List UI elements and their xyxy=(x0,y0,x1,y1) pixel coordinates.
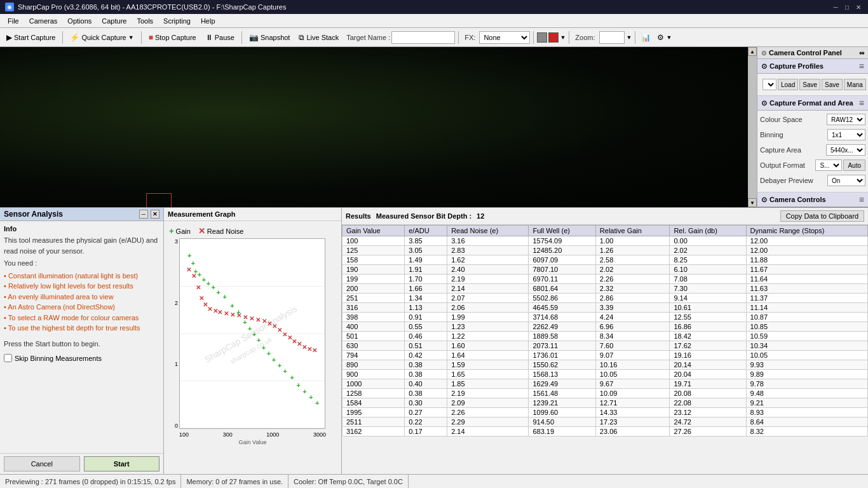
color-swatch-2[interactable] xyxy=(548,32,559,43)
svg-text:✕: ✕ xyxy=(267,320,272,327)
close-button[interactable]: ✕ xyxy=(854,3,863,11)
capture-format-header[interactable]: ⊙ Capture Format and Area ≡ xyxy=(757,96,868,111)
svg-text:✕: ✕ xyxy=(272,323,277,330)
menu-cameras[interactable]: Cameras xyxy=(24,16,63,26)
copy-data-button[interactable]: Copy Data to Clipboard xyxy=(780,210,864,222)
table-cell: 1.64 xyxy=(447,351,529,360)
binning-select[interactable]: 1x1 xyxy=(827,129,865,140)
table-row: 1253.052.8312485.201.262.0212.00 xyxy=(342,246,868,255)
bit-depth-label: Measured Sensor Bit Depth : xyxy=(376,212,471,220)
swatch-dropdown[interactable]: ▼ xyxy=(560,34,566,41)
table-cell: 1.22 xyxy=(447,332,529,341)
memory-status: Memory: 0 of 27 frames in use. xyxy=(181,475,288,488)
app-icon: ◉ xyxy=(5,3,14,11)
table-cell: 501 xyxy=(342,332,405,341)
svg-text:✕: ✕ xyxy=(213,308,218,315)
target-name-input[interactable] xyxy=(391,31,455,44)
live-stack-button[interactable]: ⧉ Live Stack xyxy=(295,30,342,45)
histogram-button[interactable]: 📊 xyxy=(639,30,653,45)
camera-controls-header[interactable]: ⊙ Camera Controls ≡ xyxy=(757,193,868,207)
table-cell: 1.59 xyxy=(447,360,529,370)
toolbar-separator-7 xyxy=(635,31,635,44)
svg-text:✕: ✕ xyxy=(196,284,201,291)
color-swatch-1[interactable] xyxy=(537,32,547,43)
pause-button[interactable]: ⏸ Pause xyxy=(201,30,238,45)
fx-select[interactable]: None xyxy=(479,31,530,44)
menu-file[interactable]: File xyxy=(3,16,24,26)
table-row: 25110.222.29914.5017.2324.728.64 xyxy=(342,417,868,427)
svg-text:✕: ✕ xyxy=(312,347,317,354)
table-cell: 158 xyxy=(342,255,405,265)
table-cell: 2.83 xyxy=(447,246,529,255)
table-cell: 1.65 xyxy=(447,370,529,379)
table-row: 3161.132.064645.593.3910.6111.14 xyxy=(342,303,868,313)
zoom-dropdown-arrow[interactable]: ▼ xyxy=(627,34,632,41)
table-cell: 199 xyxy=(342,274,405,284)
save-profile-button[interactable]: Save xyxy=(799,79,820,90)
controls-menu-icon[interactable]: ≡ xyxy=(859,194,864,205)
results-table-container[interactable]: Gain Value e/ADU Read Noise (e) Full Wel… xyxy=(342,225,868,474)
camera-controls-section: ⊙ Camera Controls ≡ Exposure 1 LX Mode xyxy=(757,193,868,207)
capture-profiles-header[interactable]: ⊙ Capture Profiles ≡ xyxy=(757,59,868,74)
settings-button[interactable]: ⚙ ▼ xyxy=(654,30,674,45)
zoom-input[interactable]: 20% xyxy=(599,31,625,44)
minimize-button[interactable]: ─ xyxy=(831,3,840,11)
menu-tools[interactable]: Tools xyxy=(132,16,158,26)
table-cell: 1995 xyxy=(342,408,405,417)
stop-capture-button[interactable]: ■ Stop Capture xyxy=(145,30,200,45)
panel-collapse-icon[interactable]: ⊙ xyxy=(761,50,766,57)
svg-text:+: + xyxy=(187,252,191,259)
table-cell: 3.16 xyxy=(447,236,529,246)
profiles-menu-icon[interactable]: ≡ xyxy=(859,61,864,71)
table-cell: 8.64 xyxy=(746,417,867,427)
panel-resize-icon[interactable]: ⇔ xyxy=(859,50,864,57)
output-format-select[interactable]: S... xyxy=(815,159,842,171)
format-menu-icon[interactable]: ≡ xyxy=(859,98,864,108)
table-cell: 11.37 xyxy=(746,294,867,303)
toolbar-separator-5 xyxy=(533,31,534,44)
scroll-up-button[interactable]: ▲ xyxy=(748,47,757,56)
skip-binning-checkbox[interactable] xyxy=(4,354,12,362)
svg-text:✕: ✕ xyxy=(186,266,191,273)
table-cell: 890 xyxy=(342,360,405,370)
profile-select[interactable] xyxy=(763,79,776,90)
svg-text:+: + xyxy=(283,367,287,375)
table-cell: 6801.64 xyxy=(529,284,595,294)
x-axis-title: Gain Value xyxy=(166,439,339,445)
table-cell: 1.60 xyxy=(447,341,529,351)
table-cell: 12485.20 xyxy=(529,246,595,255)
scroll-track[interactable] xyxy=(748,56,757,198)
output-format-auto-button[interactable]: Auto xyxy=(843,159,865,171)
maximize-button[interactable]: □ xyxy=(843,3,851,11)
table-cell: 2.06 xyxy=(447,303,529,313)
cancel-button[interactable]: Cancel xyxy=(4,456,80,471)
start-button[interactable]: Start xyxy=(84,456,160,471)
start-capture-button[interactable]: ▶ Start Capture xyxy=(3,30,59,45)
quick-capture-button[interactable]: ⚡ Quick Capture ▼ xyxy=(66,30,137,45)
table-cell: 0.27 xyxy=(405,408,447,417)
menu-scripting[interactable]: Scripting xyxy=(158,16,196,26)
sa-minimize-button[interactable]: ─ xyxy=(139,210,148,219)
menu-capture[interactable]: Capture xyxy=(97,16,132,26)
table-cell: 22.08 xyxy=(670,398,746,408)
manage-profile-button[interactable]: Mana xyxy=(844,79,866,90)
sa-close-button[interactable]: ✕ xyxy=(151,210,159,219)
svg-text:+: + xyxy=(191,259,195,267)
save-as-profile-button[interactable]: Save xyxy=(822,79,843,90)
dropdown-arrow[interactable]: ▼ xyxy=(666,34,672,41)
snapshot-button[interactable]: 📷 Snapshot xyxy=(245,30,294,45)
col-rel-gain: Relative Gain xyxy=(595,226,670,236)
scroll-down-button[interactable]: ▼ xyxy=(748,198,757,207)
table-cell: 23.06 xyxy=(595,427,670,437)
table-cell: 1099.60 xyxy=(529,408,595,417)
table-cell: 1.66 xyxy=(405,284,447,294)
capture-area-select[interactable]: 5440x... xyxy=(826,144,865,156)
table-cell: 4645.59 xyxy=(529,303,595,313)
menu-help[interactable]: Help xyxy=(196,16,220,26)
colour-space-select[interactable]: RAW12 xyxy=(827,114,865,125)
target-label: Target Name : xyxy=(346,34,390,41)
sa-req-1: • Relatively low light levels for best r… xyxy=(4,281,159,292)
debayer-select[interactable]: On xyxy=(827,175,865,186)
load-profile-button[interactable]: Load xyxy=(778,79,798,90)
menu-options[interactable]: Options xyxy=(62,16,97,26)
